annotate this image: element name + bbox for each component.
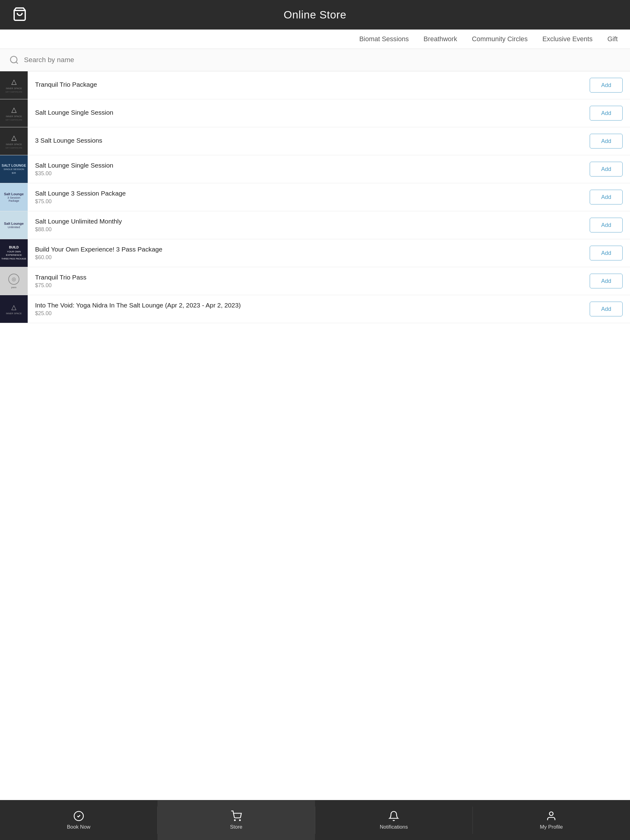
product-info: Salt Lounge Single Session $35.00 — [28, 157, 590, 182]
product-thumb: △ INNER SPACE GIFT CERTIFICATE — [0, 127, 28, 155]
cart-icon — [231, 810, 242, 821]
product-info: Build Your Own Experience! 3 Pass Packag… — [28, 241, 590, 266]
add-button-salt-lounge-3-session[interactable]: Add — [590, 190, 623, 204]
product-price: $25.00 — [35, 310, 583, 317]
product-info: Into The Void: Yoga Nidra In The Salt Lo… — [28, 297, 590, 322]
product-row-build-your-own: BUILD YOUR OWN EXPERIENCE THREE PASS PAC… — [0, 239, 630, 267]
cart-button[interactable] — [12, 7, 27, 23]
page-title: Online Store — [283, 9, 347, 21]
product-info: 3 Salt Lounge Sessions — [28, 132, 590, 150]
nav-item-breathwork[interactable]: Breathwork — [424, 35, 457, 43]
product-row-salt-lounge-unlimited: Salt Lounge Unlimited Salt Lounge Unlimi… — [0, 211, 630, 239]
product-row-into-the-void: △ INNER SPACE Into The Void: Yoga Nidra … — [0, 295, 630, 323]
product-row-tranquil-trio-package: △ INNER SPACE GIFT CERTIFICATE Tranquil … — [0, 71, 630, 99]
product-row-salt-lounge-single-1: △ INNER SPACE GIFT CERTIFICATE Salt Loun… — [0, 99, 630, 127]
product-price: $75.00 — [35, 198, 583, 205]
bottom-nav-store[interactable]: Store — [157, 801, 315, 840]
bottom-nav-book-now-label: Book Now — [67, 824, 90, 830]
search-bar — [0, 49, 630, 71]
nav-item-exclusive[interactable]: Exclusive Events — [542, 35, 592, 43]
product-name: Tranquil Trio Package — [35, 81, 583, 88]
add-button-build-your-own[interactable]: Add — [590, 246, 623, 261]
product-thumb: BUILD YOUR OWN EXPERIENCE THREE PASS PAC… — [0, 239, 28, 267]
top-header: Online Store — [0, 0, 630, 30]
product-row-tranquil-trio-pass: ◎ pass Tranquil Trio Pass $75.00 Add — [0, 267, 630, 295]
svg-point-6 — [549, 812, 553, 815]
product-info: Tranquil Trio Package — [28, 76, 590, 95]
svg-point-5 — [239, 820, 240, 821]
product-name: Salt Lounge 3 Session Package — [35, 190, 583, 197]
bottom-nav-my-profile[interactable]: My Profile — [473, 801, 630, 840]
svg-point-1 — [11, 56, 17, 63]
bottom-nav-notifications-label: Notifications — [380, 824, 408, 830]
product-name: 3 Salt Lounge Sessions — [35, 137, 583, 144]
product-thumb: Salt Lounge 3 Session Package — [0, 183, 28, 211]
product-name: Salt Lounge Unlimited Monthly — [35, 218, 583, 225]
product-row-salt-lounge-3-session: Salt Lounge 3 Session Package Salt Loung… — [0, 183, 630, 211]
product-name: Build Your Own Experience! 3 Pass Packag… — [35, 246, 583, 253]
product-thumb: Salt Lounge Unlimited — [0, 211, 28, 239]
add-button-salt-lounge-unlimited[interactable]: Add — [590, 218, 623, 232]
search-icon — [9, 55, 19, 65]
product-price: $75.00 — [35, 282, 583, 289]
bottom-nav-notifications[interactable]: Notifications — [315, 801, 473, 840]
product-name: Salt Lounge Single Session — [35, 109, 583, 116]
svg-point-4 — [234, 820, 235, 821]
add-button-into-the-void[interactable]: Add — [590, 302, 623, 316]
product-info: Tranquil Trio Pass $75.00 — [28, 269, 590, 294]
nav-item-gift[interactable]: Gift — [607, 35, 618, 43]
person-icon — [546, 810, 557, 821]
product-thumb: SALT LOUNGE SINGLE SESSION $35 — [0, 155, 28, 183]
category-nav: Biomat Sessions Breathwork Community Cir… — [0, 30, 630, 49]
product-info: Salt Lounge Unlimited Monthly $88.00 — [28, 213, 590, 238]
product-name: Tranquil Trio Pass — [35, 274, 583, 281]
product-price: $88.00 — [35, 226, 583, 233]
product-thumb: △ INNER SPACE — [0, 295, 28, 323]
product-thumb: △ INNER SPACE GIFT CERTIFICATE — [0, 99, 28, 127]
product-thumb: △ INNER SPACE GIFT CERTIFICATE — [0, 71, 28, 99]
product-name: Salt Lounge Single Session — [35, 162, 583, 169]
bottom-nav-my-profile-label: My Profile — [540, 824, 563, 830]
product-name: Into The Void: Yoga Nidra In The Salt Lo… — [35, 302, 583, 309]
add-button-salt-lounge-single-1[interactable]: Add — [590, 106, 623, 120]
product-price: $60.00 — [35, 254, 583, 261]
add-button-salt-lounge-single-2[interactable]: Add — [590, 162, 623, 177]
bell-icon — [388, 810, 399, 821]
svg-line-2 — [16, 62, 18, 64]
search-input[interactable] — [24, 56, 621, 64]
check-circle-icon — [73, 810, 84, 821]
product-info: Salt Lounge Single Session — [28, 104, 590, 122]
product-list: △ INNER SPACE GIFT CERTIFICATE Tranquil … — [0, 71, 630, 800]
product-row-salt-lounge-single-2: SALT LOUNGE SINGLE SESSION $35 Salt Loun… — [0, 155, 630, 183]
product-info: Salt Lounge 3 Session Package $75.00 — [28, 185, 590, 210]
cart-icon — [12, 7, 27, 22]
product-thumb: ◎ pass — [0, 267, 28, 295]
add-button-tranquil-trio-pass[interactable]: Add — [590, 274, 623, 288]
nav-item-community[interactable]: Community Circles — [472, 35, 527, 43]
bottom-nav-book-now[interactable]: Book Now — [0, 801, 157, 840]
bottom-nav-store-label: Store — [230, 824, 242, 830]
product-row-3-salt-lounge-sessions: △ INNER SPACE GIFT CERTIFICATE 3 Salt Lo… — [0, 127, 630, 155]
product-price: $35.00 — [35, 171, 583, 177]
add-button-tranquil-trio-package[interactable]: Add — [590, 78, 623, 93]
nav-item-biomat[interactable]: Biomat Sessions — [359, 35, 409, 43]
bottom-nav: Book Now Store Notifications My Profile — [0, 800, 630, 840]
add-button-3-salt-lounge-sessions[interactable]: Add — [590, 134, 623, 148]
